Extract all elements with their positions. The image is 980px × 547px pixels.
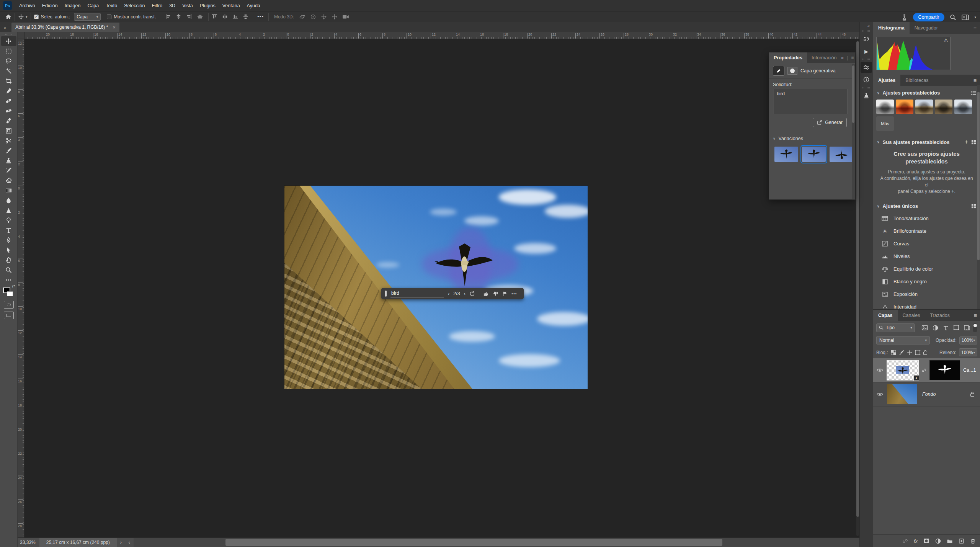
tab-navegador[interactable]: Navegador bbox=[910, 22, 943, 34]
layer-row-generative[interactable]: ✦ Ca...1 bbox=[873, 358, 980, 382]
blur-tool[interactable] bbox=[1, 195, 16, 205]
panel-menu-icon[interactable]: ≡ bbox=[851, 55, 854, 60]
history-brush-tool[interactable] bbox=[1, 165, 16, 175]
fill-value[interactable]: 100%▾ bbox=[959, 348, 977, 356]
tab-close-icon[interactable]: × bbox=[113, 24, 116, 30]
more-options-icon[interactable]: ••• bbox=[257, 14, 264, 20]
layer-visibility-toggle[interactable] bbox=[875, 392, 884, 397]
canvas-area[interactable]: 2018161412108642024681012141618202224262… bbox=[18, 32, 859, 537]
history-panel-icon[interactable] bbox=[861, 34, 872, 44]
zoom-tool[interactable] bbox=[1, 265, 16, 275]
preset-thumb-warm[interactable] bbox=[915, 100, 933, 114]
layer-name[interactable]: Ca...1 bbox=[963, 367, 976, 373]
screen-mode-button[interactable] bbox=[4, 312, 14, 319]
swap-colors-icon[interactable]: ⇄ bbox=[12, 284, 15, 288]
background-lock-icon[interactable] bbox=[970, 394, 974, 397]
align-top-icon[interactable] bbox=[212, 14, 217, 20]
tab-canales[interactable]: Canales bbox=[898, 310, 925, 321]
lock-position-icon[interactable] bbox=[907, 350, 912, 355]
move-tool-icon[interactable] bbox=[18, 14, 24, 20]
layer-visibility-toggle[interactable] bbox=[875, 368, 884, 372]
new-layer-icon[interactable] bbox=[959, 538, 964, 544]
pen-tool[interactable] bbox=[1, 235, 16, 245]
preset-thumb-sunset[interactable] bbox=[896, 100, 913, 114]
lock-all-icon[interactable] bbox=[923, 352, 927, 355]
more-presets-button[interactable]: Más bbox=[876, 116, 894, 131]
filter-shape-icon[interactable] bbox=[953, 325, 959, 330]
hand-tool[interactable] bbox=[1, 255, 16, 265]
add-mask-icon[interactable] bbox=[923, 538, 929, 544]
tab-overflow-icon[interactable]: » bbox=[0, 25, 11, 32]
share-button[interactable]: Compartir bbox=[913, 13, 945, 21]
gradient-tool[interactable] bbox=[1, 185, 16, 195]
layer-row-background[interactable]: Fondo bbox=[873, 382, 980, 407]
quick-mask-button[interactable] bbox=[4, 301, 14, 309]
chevron-down-icon[interactable]: ▾ bbox=[26, 15, 28, 19]
align-left-icon[interactable] bbox=[165, 14, 171, 20]
menu-archivo[interactable]: Archivo bbox=[16, 0, 39, 11]
prompt-input[interactable]: bird bbox=[390, 290, 444, 297]
sharpen-tool[interactable] bbox=[1, 205, 16, 215]
properties-scrollbar[interactable] bbox=[852, 64, 855, 199]
color-swatches[interactable]: ⇄ bbox=[3, 286, 15, 298]
collapse-dock-icon[interactable]: « bbox=[864, 22, 873, 29]
adjustment-black-white[interactable]: Blanco y negro bbox=[873, 275, 980, 288]
align-right-icon[interactable] bbox=[186, 14, 192, 20]
preset-thumb-cool[interactable] bbox=[954, 100, 972, 114]
lasso-tool[interactable] bbox=[1, 56, 16, 66]
variations-header[interactable]: ∨ Variaciones bbox=[769, 132, 855, 144]
variation-thumb-1[interactable] bbox=[774, 147, 798, 162]
menu-texto[interactable]: Texto bbox=[102, 0, 121, 11]
align-center-h-icon[interactable] bbox=[176, 14, 181, 20]
adjustment-brightness-contrast[interactable]: ☀Brillo/contraste bbox=[873, 225, 980, 237]
preset-thumb-sepia[interactable] bbox=[935, 100, 952, 114]
patch-tool[interactable] bbox=[1, 116, 16, 126]
thumbs-down-icon[interactable] bbox=[493, 291, 498, 297]
lock-transparency-icon[interactable] bbox=[891, 350, 896, 355]
object-selection-tool[interactable] bbox=[1, 66, 16, 76]
panel-menu-icon[interactable]: ≡ bbox=[973, 77, 980, 83]
histogram-warning-icon[interactable]: ⚠ bbox=[944, 38, 948, 43]
layer-mask-swatch[interactable] bbox=[787, 67, 797, 75]
delete-layer-icon[interactable] bbox=[970, 538, 976, 544]
dodge-tool[interactable] bbox=[1, 215, 16, 225]
path-selection-tool[interactable] bbox=[1, 245, 16, 255]
generative-layer-thumbnail[interactable]: ✦ bbox=[887, 360, 918, 380]
single-adjustments-header[interactable]: ∨ Ajustes únicos bbox=[873, 199, 980, 212]
clone-stamp-tool[interactable] bbox=[1, 155, 16, 165]
tab-informacion[interactable]: Información bbox=[807, 52, 841, 63]
taskbar-more-icon[interactable]: ••• bbox=[511, 291, 517, 296]
eraser-tool[interactable] bbox=[1, 175, 16, 185]
tab-bibliotecas[interactable]: Bibliotecas bbox=[900, 75, 933, 86]
blend-mode-dropdown[interactable]: Normal▾ bbox=[876, 336, 930, 345]
opacity-value[interactable]: 100%▾ bbox=[959, 336, 977, 345]
variation-thumb-2-selected[interactable] bbox=[802, 147, 826, 162]
toolbar-grip[interactable] bbox=[5, 34, 12, 35]
healing-brush-tool[interactable] bbox=[1, 106, 16, 116]
ruler-corner[interactable] bbox=[18, 32, 24, 39]
vertical-ruler[interactable]: 121086420246810121416182022242628 bbox=[18, 39, 24, 537]
beta-flask-icon[interactable] bbox=[901, 14, 908, 21]
distribute-h-icon[interactable] bbox=[222, 14, 228, 20]
layer-style-icon[interactable]: fx bbox=[914, 538, 918, 544]
link-layers-icon[interactable] bbox=[902, 538, 908, 544]
next-variation-icon[interactable]: › bbox=[464, 291, 466, 297]
menu-ayuda[interactable]: Ayuda bbox=[243, 0, 264, 11]
adjustments-scrollbar[interactable] bbox=[977, 85, 980, 309]
contextual-task-bar[interactable]: bird ‹ 2/3 › ••• bbox=[381, 288, 524, 299]
adjustment-exposure[interactable]: Exposición bbox=[873, 288, 980, 300]
tab-histograma[interactable]: Histograma bbox=[873, 22, 910, 34]
slice-tool[interactable] bbox=[1, 136, 16, 145]
menu-ventana[interactable]: Ventana bbox=[219, 0, 243, 11]
menu-capa[interactable]: Capa bbox=[84, 0, 102, 11]
taskbar-drag-handle[interactable] bbox=[385, 291, 387, 297]
properties-panel-icon[interactable] bbox=[861, 62, 872, 73]
report-flag-icon[interactable] bbox=[502, 291, 508, 297]
tab-capas[interactable]: Capas bbox=[873, 310, 898, 321]
info-panel-icon[interactable] bbox=[861, 74, 872, 85]
canvas-horizontal-scrollbar[interactable] bbox=[134, 538, 859, 547]
spot-healing-tool[interactable] bbox=[1, 96, 16, 106]
adjustment-hue-saturation[interactable]: Tono/saturación bbox=[873, 212, 980, 225]
layer-filter-dropdown[interactable]: Tipo ▾ bbox=[876, 323, 915, 332]
filter-image-icon[interactable] bbox=[921, 325, 928, 330]
